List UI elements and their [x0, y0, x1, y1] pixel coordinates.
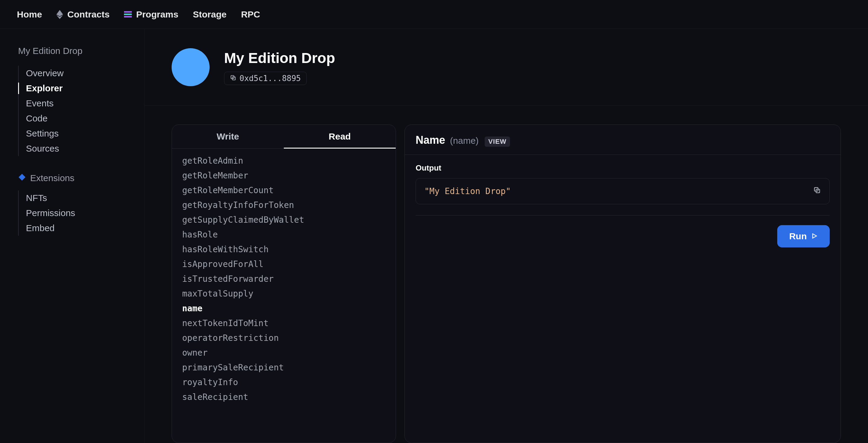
nav-label: Storage	[193, 9, 226, 20]
function-item[interactable]: getRoleMemberCount	[172, 183, 396, 198]
function-list-panel: Write Read getRoleAdmingetRoleMembergetR…	[172, 125, 396, 443]
nav-label: Contracts	[67, 9, 110, 20]
ethereum-icon	[56, 10, 63, 19]
function-item[interactable]: getRoleAdmin	[172, 154, 396, 168]
extensions-label: Extensions	[30, 173, 74, 183]
function-detail-header: Name (name) VIEW	[405, 125, 841, 155]
nav-storage[interactable]: Storage	[193, 9, 226, 20]
function-tabs: Write Read	[172, 125, 396, 148]
nav-home[interactable]: Home	[17, 9, 42, 20]
function-item[interactable]: nextTokenIdToMint	[172, 316, 396, 331]
main-content: My Edition Drop 0xd5c1...8895 Write Read	[144, 29, 868, 443]
divider	[415, 215, 830, 215]
sidebar-group-main: Overview Explorer Events Code Settings S…	[18, 66, 131, 156]
diamond-icon	[18, 173, 26, 183]
page-title: My Edition Drop	[224, 50, 335, 66]
run-button[interactable]: Run	[777, 225, 830, 247]
sidebar-title: My Edition Drop	[18, 46, 131, 56]
function-item[interactable]: owner	[172, 345, 396, 360]
output-value: "My Edition Drop"	[424, 186, 511, 196]
nav-label: Programs	[136, 9, 178, 20]
svg-rect-3	[19, 174, 26, 181]
function-item[interactable]: getRoleMember	[172, 168, 396, 183]
function-item[interactable]: getRoyaltyInfoForToken	[172, 198, 396, 212]
sidebar-item-events[interactable]: Events	[19, 96, 131, 111]
sidebar-extensions-header: Extensions	[18, 173, 131, 183]
function-list[interactable]: getRoleAdmingetRoleMembergetRoleMemberCo…	[172, 148, 396, 443]
run-label: Run	[789, 231, 807, 241]
function-item[interactable]: name	[172, 301, 396, 316]
view-badge: VIEW	[485, 137, 510, 147]
function-item[interactable]: hasRole	[172, 227, 396, 242]
function-item[interactable]: maxTotalSupply	[172, 286, 396, 301]
nav-programs[interactable]: Programs	[124, 9, 178, 20]
nav-label: Home	[17, 9, 42, 20]
sidebar-item-sources[interactable]: Sources	[19, 141, 131, 156]
sidebar-group-extensions: NFTs Permissions Embed	[18, 191, 131, 236]
copy-output-button[interactable]	[813, 186, 821, 196]
function-item[interactable]: operatorRestriction	[172, 331, 396, 345]
nav-contracts[interactable]: Contracts	[56, 9, 110, 20]
svg-rect-2	[124, 16, 132, 18]
sidebar-item-settings[interactable]: Settings	[19, 126, 131, 141]
play-icon	[811, 231, 818, 241]
sidebar-item-code[interactable]: Code	[19, 111, 131, 126]
sidebar-item-permissions[interactable]: Permissions	[19, 206, 131, 220]
svg-rect-1	[124, 13, 132, 15]
copy-icon	[230, 74, 237, 83]
function-title: Name	[415, 134, 445, 146]
avatar	[172, 48, 210, 86]
function-detail-panel: Name (name) VIEW Output "My Edition Drop…	[404, 125, 841, 443]
solana-icon	[124, 11, 132, 18]
function-item[interactable]: primarySaleRecipient	[172, 360, 396, 375]
sidebar-item-embed[interactable]: Embed	[19, 220, 131, 236]
function-item[interactable]: isTrustedForwarder	[172, 272, 396, 286]
output-label: Output	[415, 163, 830, 173]
contract-address: 0xd5c1...8895	[240, 74, 301, 83]
function-item[interactable]: royaltyInfo	[172, 375, 396, 390]
function-item[interactable]: saleRecipient	[172, 390, 396, 404]
copy-icon	[813, 186, 821, 196]
tab-write[interactable]: Write	[172, 125, 284, 148]
sidebar-item-explorer[interactable]: Explorer	[19, 81, 131, 96]
svg-rect-0	[124, 11, 132, 13]
output-box: "My Edition Drop"	[415, 178, 830, 204]
contract-header: My Edition Drop 0xd5c1...8895	[145, 29, 868, 105]
top-nav: Home Contracts Programs Storage RPC	[0, 0, 868, 29]
sidebar-item-nfts[interactable]: NFTs	[19, 191, 131, 206]
function-item[interactable]: hasRoleWithSwitch	[172, 242, 396, 257]
nav-rpc[interactable]: RPC	[241, 9, 260, 20]
function-item[interactable]: isApprovedForAll	[172, 257, 396, 272]
sidebar: My Edition Drop Overview Explorer Events…	[0, 29, 144, 443]
contract-address-chip[interactable]: 0xd5c1...8895	[224, 72, 307, 85]
function-item[interactable]: getSupplyClaimedByWallet	[172, 212, 396, 227]
function-subtitle: (name)	[450, 136, 478, 146]
nav-label: RPC	[241, 9, 260, 20]
tab-read[interactable]: Read	[284, 125, 396, 148]
sidebar-item-overview[interactable]: Overview	[19, 66, 131, 81]
